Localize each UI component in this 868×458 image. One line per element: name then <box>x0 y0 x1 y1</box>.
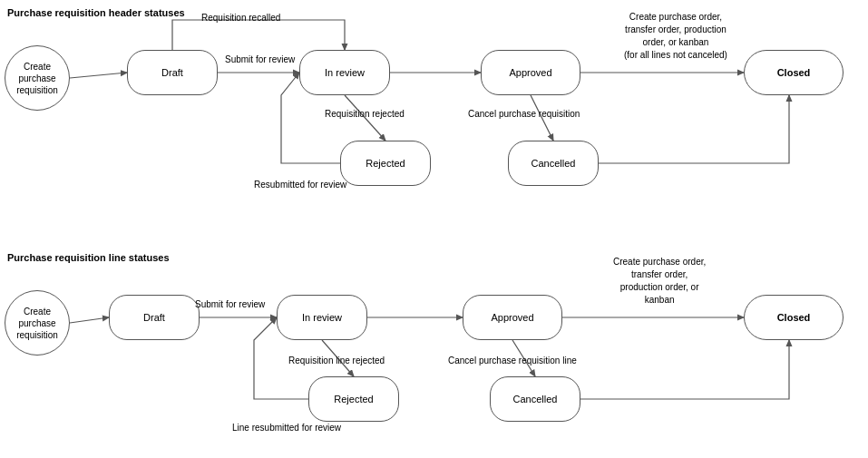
svg-line-6 <box>70 317 109 323</box>
diagram-container: Purchase requisition header statuses Pur… <box>0 0 868 458</box>
line-approved-node: Approved <box>463 295 562 340</box>
line-inreview-node: In review <box>277 295 367 340</box>
line-label-cancel-line: Cancel purchase requisition line <box>448 356 577 365</box>
line-cancelled-node: Cancelled <box>490 376 580 422</box>
line-create-node: Create purchaserequisition <box>5 290 70 356</box>
line-label-line-resubmit: Line resubmitted for review <box>232 423 341 433</box>
line-label-create-order: Create purchase order,transfer order,pro… <box>613 256 706 307</box>
header-rejected-node: Rejected <box>340 141 431 186</box>
line-rejected-node: Rejected <box>308 376 399 422</box>
header-closed-node: Closed <box>744 50 844 95</box>
label-req-rejected: Requisition rejected <box>325 109 405 119</box>
label-create-order: Create purchase order,transfer order, pr… <box>624 11 727 62</box>
line-section-title: Purchase requisition line statuses <box>7 252 170 263</box>
header-section-title: Purchase requisition header statuses <box>7 7 185 18</box>
label-recalled: Requisition recalled <box>201 13 280 23</box>
header-create-node: Create purchaserequisition <box>5 45 70 111</box>
line-label-submit: Submit for review <box>195 299 265 309</box>
line-closed-node: Closed <box>744 295 844 340</box>
label-cancel-req: Cancel purchase requisition <box>468 109 580 119</box>
line-label-line-rejected: Requisition line rejected <box>288 356 385 365</box>
header-inreview-node: In review <box>299 50 390 95</box>
header-approved-node: Approved <box>481 50 580 95</box>
header-draft-node: Draft <box>127 50 218 95</box>
label-resubmit: Resubmitted for review <box>254 180 346 190</box>
header-cancelled-node: Cancelled <box>508 141 599 186</box>
svg-line-0 <box>70 73 127 78</box>
label-submit-review: Submit for review <box>225 54 295 64</box>
line-draft-node: Draft <box>109 295 200 340</box>
